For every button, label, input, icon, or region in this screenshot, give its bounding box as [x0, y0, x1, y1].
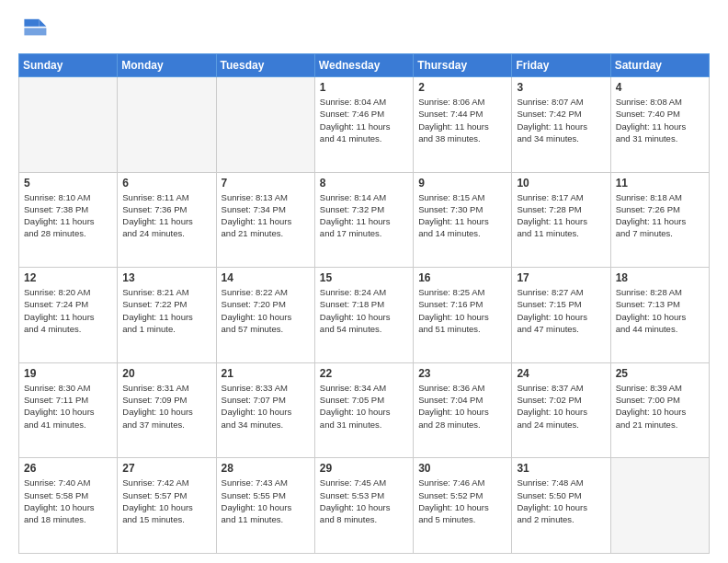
weekday-thursday: Thursday [414, 54, 512, 77]
calendar-cell: 3Sunrise: 8:07 AM Sunset: 7:42 PM Daylig… [512, 77, 610, 173]
calendar-cell: 2Sunrise: 8:06 AM Sunset: 7:44 PM Daylig… [414, 77, 512, 173]
weekday-saturday: Saturday [610, 54, 709, 77]
calendar-cell: 9Sunrise: 8:15 AM Sunset: 7:30 PM Daylig… [414, 172, 512, 268]
header [18, 15, 710, 44]
day-number: 21 [222, 367, 310, 380]
day-info: Sunrise: 8:22 AM Sunset: 7:20 PM Dayligh… [222, 286, 310, 335]
day-number: 8 [320, 177, 408, 190]
calendar-cell: 10Sunrise: 8:17 AM Sunset: 7:28 PM Dayli… [512, 172, 610, 268]
day-number: 20 [122, 367, 210, 380]
day-number: 7 [222, 177, 310, 190]
day-info: Sunrise: 7:43 AM Sunset: 5:55 PM Dayligh… [222, 477, 310, 525]
day-number: 25 [616, 367, 704, 380]
calendar-cell: 13Sunrise: 8:21 AM Sunset: 7:22 PM Dayli… [118, 268, 216, 363]
calendar-cell: 1Sunrise: 8:04 AM Sunset: 7:46 PM Daylig… [314, 77, 413, 173]
weekday-friday: Friday [512, 54, 610, 77]
calendar-cell: 21Sunrise: 8:33 AM Sunset: 7:07 PM Dayli… [216, 362, 314, 458]
weekday-tuesday: Tuesday [216, 54, 314, 77]
day-info: Sunrise: 8:13 AM Sunset: 7:34 PM Dayligh… [222, 191, 310, 240]
weekday-sunday: Sunday [19, 54, 118, 77]
day-info: Sunrise: 8:36 AM Sunset: 7:04 PM Dayligh… [418, 382, 506, 431]
weekday-header-row: SundayMondayTuesdayWednesdayThursdayFrid… [19, 54, 710, 77]
day-info: Sunrise: 8:17 AM Sunset: 7:28 PM Dayligh… [517, 191, 605, 240]
weekday-monday: Monday [118, 54, 216, 77]
day-info: Sunrise: 8:20 AM Sunset: 7:24 PM Dayligh… [24, 286, 112, 335]
day-info: Sunrise: 8:28 AM Sunset: 7:13 PM Dayligh… [616, 286, 704, 335]
day-number: 1 [320, 81, 408, 94]
day-info: Sunrise: 8:37 AM Sunset: 7:02 PM Dayligh… [517, 382, 605, 431]
calendar-cell: 23Sunrise: 8:36 AM Sunset: 7:04 PM Dayli… [414, 362, 512, 458]
calendar-week-2: 12Sunrise: 8:20 AM Sunset: 7:24 PM Dayli… [19, 268, 710, 363]
day-number: 3 [517, 81, 605, 94]
calendar-cell: 16Sunrise: 8:25 AM Sunset: 7:16 PM Dayli… [414, 268, 512, 363]
day-info: Sunrise: 8:11 AM Sunset: 7:36 PM Dayligh… [122, 191, 210, 240]
day-info: Sunrise: 8:33 AM Sunset: 7:07 PM Dayligh… [222, 382, 310, 431]
calendar-cell: 5Sunrise: 8:10 AM Sunset: 7:38 PM Daylig… [19, 172, 118, 268]
calendar-cell: 30Sunrise: 7:46 AM Sunset: 5:52 PM Dayli… [414, 458, 512, 554]
calendar-cell: 4Sunrise: 8:08 AM Sunset: 7:40 PM Daylig… [610, 77, 709, 173]
calendar-cell: 28Sunrise: 7:43 AM Sunset: 5:55 PM Dayli… [216, 458, 314, 554]
day-info: Sunrise: 8:39 AM Sunset: 7:00 PM Dayligh… [616, 382, 704, 431]
logo [18, 15, 51, 44]
day-number: 18 [616, 271, 704, 284]
day-info: Sunrise: 8:06 AM Sunset: 7:44 PM Dayligh… [418, 96, 506, 144]
calendar-cell: 29Sunrise: 7:45 AM Sunset: 5:53 PM Dayli… [314, 458, 413, 554]
day-info: Sunrise: 8:34 AM Sunset: 7:05 PM Dayligh… [320, 382, 408, 431]
calendar-cell: 19Sunrise: 8:30 AM Sunset: 7:11 PM Dayli… [19, 362, 118, 458]
day-number: 26 [24, 462, 112, 475]
calendar-cell [19, 77, 118, 173]
day-number: 23 [418, 367, 506, 380]
day-info: Sunrise: 8:21 AM Sunset: 7:22 PM Dayligh… [122, 286, 210, 335]
calendar-week-1: 5Sunrise: 8:10 AM Sunset: 7:38 PM Daylig… [19, 172, 710, 268]
calendar-cell: 20Sunrise: 8:31 AM Sunset: 7:09 PM Dayli… [118, 362, 216, 458]
calendar-cell [118, 77, 216, 173]
day-info: Sunrise: 8:08 AM Sunset: 7:40 PM Dayligh… [616, 96, 704, 144]
day-info: Sunrise: 8:25 AM Sunset: 7:16 PM Dayligh… [418, 286, 506, 335]
day-number: 5 [24, 177, 112, 190]
day-number: 4 [616, 81, 704, 94]
day-info: Sunrise: 7:45 AM Sunset: 5:53 PM Dayligh… [320, 477, 408, 525]
svg-marker-0 [39, 19, 46, 27]
day-info: Sunrise: 7:46 AM Sunset: 5:52 PM Dayligh… [418, 477, 506, 525]
calendar-cell: 25Sunrise: 8:39 AM Sunset: 7:00 PM Dayli… [610, 362, 709, 458]
day-info: Sunrise: 8:31 AM Sunset: 7:09 PM Dayligh… [122, 382, 210, 431]
day-number: 29 [320, 462, 408, 475]
calendar-week-4: 26Sunrise: 7:40 AM Sunset: 5:58 PM Dayli… [19, 458, 710, 554]
day-info: Sunrise: 8:14 AM Sunset: 7:32 PM Dayligh… [320, 191, 408, 240]
day-number: 12 [24, 271, 112, 284]
day-number: 28 [222, 462, 310, 475]
day-number: 11 [616, 177, 704, 190]
day-info: Sunrise: 8:30 AM Sunset: 7:11 PM Dayligh… [24, 382, 112, 431]
calendar-cell: 14Sunrise: 8:22 AM Sunset: 7:20 PM Dayli… [216, 268, 314, 363]
day-info: Sunrise: 7:42 AM Sunset: 5:57 PM Dayligh… [122, 477, 210, 525]
calendar-cell: 11Sunrise: 8:18 AM Sunset: 7:26 PM Dayli… [610, 172, 709, 268]
day-number: 17 [517, 271, 605, 284]
calendar-cell: 6Sunrise: 8:11 AM Sunset: 7:36 PM Daylig… [118, 172, 216, 268]
calendar-cell: 27Sunrise: 7:42 AM Sunset: 5:57 PM Dayli… [118, 458, 216, 554]
calendar-cell [216, 77, 314, 173]
calendar-cell: 12Sunrise: 8:20 AM Sunset: 7:24 PM Dayli… [19, 268, 118, 363]
calendar-cell: 31Sunrise: 7:48 AM Sunset: 5:50 PM Dayli… [512, 458, 610, 554]
day-info: Sunrise: 7:40 AM Sunset: 5:58 PM Dayligh… [24, 477, 112, 525]
day-info: Sunrise: 8:07 AM Sunset: 7:42 PM Dayligh… [517, 96, 605, 144]
day-info: Sunrise: 8:15 AM Sunset: 7:30 PM Dayligh… [418, 191, 506, 240]
day-number: 14 [222, 271, 310, 284]
day-number: 27 [122, 462, 210, 475]
calendar-week-3: 19Sunrise: 8:30 AM Sunset: 7:11 PM Dayli… [19, 362, 710, 458]
day-number: 22 [320, 367, 408, 380]
day-number: 2 [418, 81, 506, 94]
logo-icon [18, 15, 48, 44]
day-number: 30 [418, 462, 506, 475]
calendar-cell: 17Sunrise: 8:27 AM Sunset: 7:15 PM Dayli… [512, 268, 610, 363]
svg-rect-2 [24, 28, 46, 35]
day-info: Sunrise: 8:18 AM Sunset: 7:26 PM Dayligh… [616, 191, 704, 240]
day-number: 13 [122, 271, 210, 284]
day-number: 16 [418, 271, 506, 284]
day-number: 24 [517, 367, 605, 380]
calendar-cell: 24Sunrise: 8:37 AM Sunset: 7:02 PM Dayli… [512, 362, 610, 458]
day-number: 9 [418, 177, 506, 190]
day-number: 6 [122, 177, 210, 190]
day-number: 19 [24, 367, 112, 380]
calendar-cell: 7Sunrise: 8:13 AM Sunset: 7:34 PM Daylig… [216, 172, 314, 268]
day-info: Sunrise: 8:04 AM Sunset: 7:46 PM Dayligh… [320, 96, 408, 144]
